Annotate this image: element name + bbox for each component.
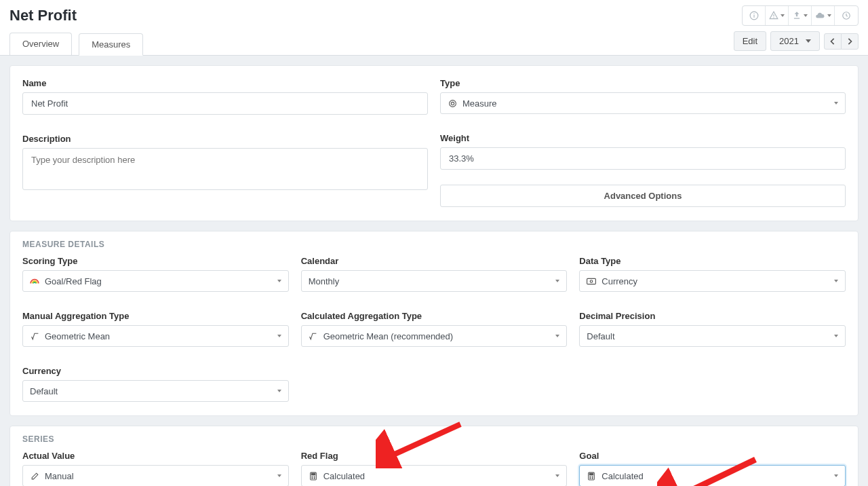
calculator-icon	[587, 471, 596, 481]
calculator-icon	[309, 471, 318, 481]
chevron-down-icon	[277, 474, 281, 477]
chevron-down-icon	[277, 335, 281, 337]
scoring-type-value: Goal/Red Flag	[45, 276, 102, 286]
measure-details-panel: MEASURE DETAILS Scoring Type Goal/Red Fl…	[9, 231, 859, 416]
prev-button[interactable]	[824, 33, 842, 50]
info-icon[interactable]	[743, 6, 766, 25]
currency-value: Default	[30, 386, 58, 396]
year-selector[interactable]: 2021	[770, 31, 820, 51]
svg-rect-8	[587, 278, 596, 284]
chevron-down-icon	[277, 280, 281, 282]
basic-panel: Name Description Type Measure	[9, 65, 859, 221]
clock-icon[interactable]	[835, 6, 858, 25]
gauge-icon	[30, 276, 39, 286]
manual-agg-select[interactable]: Geometric Mean	[22, 325, 289, 347]
chevron-down-icon	[834, 474, 838, 477]
type-select[interactable]: Measure	[440, 92, 846, 114]
radical-icon	[30, 331, 39, 341]
svg-point-7	[451, 102, 454, 105]
calendar-select[interactable]: Monthly	[301, 270, 568, 292]
edit-icon	[30, 471, 39, 481]
svg-point-14	[312, 478, 313, 479]
page-title: Net Profit	[9, 7, 77, 24]
name-input[interactable]	[22, 92, 428, 115]
chevron-down-icon	[555, 280, 559, 282]
chevron-down-icon	[834, 335, 838, 337]
datatype-value: Currency	[601, 276, 637, 286]
svg-point-9	[591, 280, 593, 282]
scoring-type-select[interactable]: Goal/Red Flag	[22, 270, 289, 292]
actual-value-text: Manual	[45, 471, 74, 481]
calc-agg-select[interactable]: Geometric Mean (recommended)	[301, 325, 568, 347]
goal-label: Goal	[579, 451, 846, 461]
tab-measures[interactable]: Measures	[79, 33, 143, 56]
weight-label: Weight	[440, 133, 846, 143]
measure-details-heading: MEASURE DETAILS	[22, 240, 846, 249]
svg-point-20	[590, 478, 591, 479]
calendar-value: Monthly	[309, 276, 340, 286]
goal-value-text: Calculated	[601, 471, 643, 481]
currency-icon	[587, 276, 596, 286]
tab-overview[interactable]: Overview	[9, 33, 72, 55]
svg-rect-2	[753, 14, 754, 14]
weight-input[interactable]	[440, 147, 846, 170]
chevron-down-icon	[277, 390, 281, 392]
redflag-label: Red Flag	[301, 451, 568, 461]
advanced-options-button[interactable]: Advanced Options	[440, 185, 846, 207]
next-button[interactable]	[841, 33, 859, 50]
svg-rect-4	[773, 17, 774, 18]
series-panel: SERIES Actual Value Manual Red Flag	[9, 426, 859, 486]
description-input[interactable]	[22, 148, 428, 190]
currency-select[interactable]: Default	[22, 380, 289, 402]
datatype-select[interactable]: Currency	[579, 270, 846, 292]
precision-label: Decimal Precision	[579, 311, 846, 321]
actual-value-label: Actual Value	[22, 451, 289, 461]
svg-rect-1	[753, 15, 754, 18]
svg-point-18	[590, 476, 591, 477]
type-label: Type	[440, 78, 846, 88]
svg-rect-11	[311, 473, 315, 474]
chevron-down-icon	[555, 474, 559, 477]
calc-agg-label: Calculated Aggregation Type	[301, 311, 568, 321]
svg-point-21	[592, 478, 593, 479]
goal-select[interactable]: Calculated	[579, 465, 846, 486]
svg-rect-17	[590, 473, 593, 474]
precision-value: Default	[587, 331, 614, 341]
svg-rect-3	[773, 14, 774, 16]
calendar-label: Calendar	[301, 256, 568, 266]
manual-agg-value: Geometric Mean	[45, 331, 110, 341]
export-icon[interactable]	[789, 6, 812, 25]
manual-agg-label: Manual Aggregation Type	[22, 311, 289, 321]
chevron-down-icon	[834, 102, 838, 105]
chevron-down-icon	[555, 335, 559, 337]
year-label: 2021	[779, 36, 799, 46]
warning-icon[interactable]	[766, 6, 789, 25]
edit-button[interactable]: Edit	[734, 31, 766, 51]
redflag-select[interactable]: Calculated	[301, 465, 568, 486]
svg-point-15	[314, 478, 315, 479]
svg-point-13	[314, 476, 315, 477]
datatype-label: Data Type	[579, 256, 846, 266]
chevron-down-icon	[834, 280, 838, 282]
calc-agg-value: Geometric Mean (recommended)	[323, 331, 453, 341]
radical-icon	[309, 331, 318, 341]
svg-point-12	[312, 476, 313, 477]
svg-point-6	[449, 100, 456, 107]
actual-value-select[interactable]: Manual	[22, 465, 289, 486]
target-icon	[448, 98, 457, 108]
name-label: Name	[22, 78, 428, 88]
scoring-type-label: Scoring Type	[22, 256, 289, 266]
currency-label: Currency	[22, 366, 289, 376]
toolbar-icons	[742, 5, 859, 26]
description-label: Description	[22, 134, 428, 144]
precision-select[interactable]: Default	[579, 325, 846, 347]
cloud-icon[interactable]	[812, 6, 835, 25]
svg-point-19	[592, 476, 593, 477]
redflag-value-text: Calculated	[323, 471, 365, 481]
chevron-down-icon	[806, 39, 811, 43]
series-heading: SERIES	[22, 434, 846, 444]
type-value: Measure	[462, 98, 497, 109]
